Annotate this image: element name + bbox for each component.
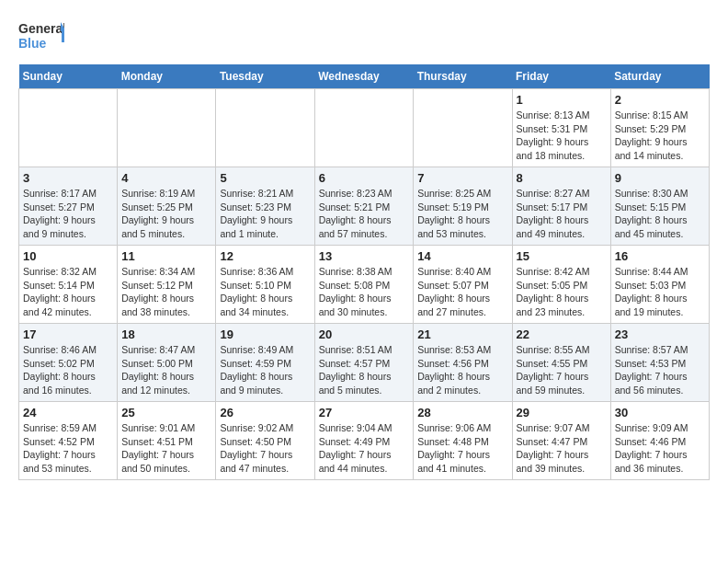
calendar-cell: 7Sunrise: 8:25 AM Sunset: 5:19 PM Daylig… (414, 167, 512, 246)
day-info: Sunrise: 8:13 AM Sunset: 5:31 PM Dayligh… (517, 109, 607, 163)
day-number: 22 (517, 327, 607, 341)
day-number: 13 (319, 249, 410, 263)
day-number: 5 (220, 171, 310, 185)
day-info: Sunrise: 9:02 AM Sunset: 4:50 PM Dayligh… (220, 421, 310, 476)
day-number: 14 (417, 249, 507, 263)
calendar-table: SundayMondayTuesdayWednesdayThursdayFrid… (18, 64, 710, 480)
calendar-cell: 24Sunrise: 8:59 AM Sunset: 4:52 PM Dayli… (19, 402, 118, 480)
day-info: Sunrise: 8:36 AM Sunset: 5:10 PM Dayligh… (220, 265, 310, 319)
day-number: 3 (23, 171, 113, 185)
day-info: Sunrise: 8:46 AM Sunset: 5:02 PM Dayligh… (23, 343, 113, 397)
day-info: Sunrise: 9:01 AM Sunset: 4:51 PM Dayligh… (121, 421, 211, 476)
weekday-header: Saturday (610, 64, 709, 89)
calendar-week-row: 17Sunrise: 8:46 AM Sunset: 5:02 PM Dayli… (19, 324, 710, 402)
calendar-cell: 1Sunrise: 8:13 AM Sunset: 5:31 PM Daylig… (512, 89, 610, 167)
logo: General Blue (18, 18, 64, 55)
day-info: Sunrise: 8:59 AM Sunset: 4:52 PM Dayligh… (23, 421, 113, 476)
calendar-cell: 27Sunrise: 9:04 AM Sunset: 4:49 PM Dayli… (314, 402, 414, 480)
calendar-week-row: 1Sunrise: 8:13 AM Sunset: 5:31 PM Daylig… (19, 89, 710, 167)
calendar-cell: 6Sunrise: 8:23 AM Sunset: 5:21 PM Daylig… (314, 167, 414, 246)
day-info: Sunrise: 8:30 AM Sunset: 5:15 PM Dayligh… (615, 187, 705, 241)
calendar-cell: 15Sunrise: 8:42 AM Sunset: 5:05 PM Dayli… (512, 246, 610, 324)
day-number: 6 (319, 171, 410, 185)
day-info: Sunrise: 8:38 AM Sunset: 5:08 PM Dayligh… (319, 265, 410, 319)
day-number: 8 (517, 171, 607, 185)
day-info: Sunrise: 8:21 AM Sunset: 5:23 PM Dayligh… (220, 187, 310, 241)
calendar-cell: 28Sunrise: 9:06 AM Sunset: 4:48 PM Dayli… (414, 402, 512, 480)
calendar-header: SundayMondayTuesdayWednesdayThursdayFrid… (19, 64, 710, 89)
day-info: Sunrise: 8:53 AM Sunset: 4:56 PM Dayligh… (417, 343, 507, 397)
day-number: 10 (23, 249, 113, 263)
day-info: Sunrise: 8:17 AM Sunset: 5:27 PM Dayligh… (23, 187, 113, 241)
calendar-cell: 23Sunrise: 8:57 AM Sunset: 4:53 PM Dayli… (610, 324, 709, 402)
day-number: 28 (417, 406, 507, 419)
calendar-cell (216, 89, 314, 167)
calendar-cell: 18Sunrise: 8:47 AM Sunset: 5:00 PM Dayli… (118, 324, 216, 402)
day-info: Sunrise: 8:27 AM Sunset: 5:17 PM Dayligh… (517, 187, 607, 241)
calendar-cell: 3Sunrise: 8:17 AM Sunset: 5:27 PM Daylig… (19, 167, 118, 246)
day-info: Sunrise: 8:40 AM Sunset: 5:07 PM Dayligh… (417, 265, 507, 319)
calendar-cell: 20Sunrise: 8:51 AM Sunset: 4:57 PM Dayli… (314, 324, 414, 402)
day-number: 2 (615, 93, 705, 107)
day-info: Sunrise: 8:49 AM Sunset: 4:59 PM Dayligh… (220, 343, 310, 397)
day-number: 26 (220, 406, 310, 419)
day-info: Sunrise: 8:19 AM Sunset: 5:25 PM Dayligh… (121, 187, 211, 241)
day-info: Sunrise: 8:55 AM Sunset: 4:55 PM Dayligh… (517, 343, 607, 397)
day-number: 12 (220, 249, 310, 263)
calendar-cell: 17Sunrise: 8:46 AM Sunset: 5:02 PM Dayli… (19, 324, 118, 402)
calendar-cell: 14Sunrise: 8:40 AM Sunset: 5:07 PM Dayli… (414, 246, 512, 324)
calendar-cell: 2Sunrise: 8:15 AM Sunset: 5:29 PM Daylig… (610, 89, 709, 167)
calendar-cell: 13Sunrise: 8:38 AM Sunset: 5:08 PM Dayli… (314, 246, 414, 324)
day-info: Sunrise: 9:04 AM Sunset: 4:49 PM Dayligh… (319, 421, 410, 476)
day-number: 4 (121, 171, 211, 185)
day-number: 9 (615, 171, 705, 185)
day-number: 20 (319, 327, 410, 341)
day-number: 1 (517, 93, 607, 107)
page-header: General Blue (18, 18, 710, 55)
calendar-cell (314, 89, 414, 167)
calendar-cell: 26Sunrise: 9:02 AM Sunset: 4:50 PM Dayli… (216, 402, 314, 480)
day-info: Sunrise: 8:57 AM Sunset: 4:53 PM Dayligh… (615, 343, 705, 397)
calendar-week-row: 10Sunrise: 8:32 AM Sunset: 5:14 PM Dayli… (19, 246, 710, 324)
weekday-header: Thursday (414, 64, 512, 89)
calendar-cell (414, 89, 512, 167)
calendar-cell: 10Sunrise: 8:32 AM Sunset: 5:14 PM Dayli… (19, 246, 118, 324)
day-number: 17 (23, 327, 113, 341)
logo-svg: General Blue (18, 18, 64, 55)
weekday-header: Wednesday (314, 64, 414, 89)
calendar-cell: 22Sunrise: 8:55 AM Sunset: 4:55 PM Dayli… (512, 324, 610, 402)
day-info: Sunrise: 8:32 AM Sunset: 5:14 PM Dayligh… (23, 265, 113, 319)
calendar-cell: 12Sunrise: 8:36 AM Sunset: 5:10 PM Dayli… (216, 246, 314, 324)
day-number: 24 (23, 406, 113, 419)
calendar-cell: 30Sunrise: 9:09 AM Sunset: 4:46 PM Dayli… (610, 402, 709, 480)
day-number: 27 (319, 406, 410, 419)
calendar-cell: 21Sunrise: 8:53 AM Sunset: 4:56 PM Dayli… (414, 324, 512, 402)
calendar-cell (118, 89, 216, 167)
calendar-cell: 8Sunrise: 8:27 AM Sunset: 5:17 PM Daylig… (512, 167, 610, 246)
calendar-cell (19, 89, 118, 167)
day-info: Sunrise: 9:07 AM Sunset: 4:47 PM Dayligh… (517, 421, 607, 476)
weekday-header: Friday (512, 64, 610, 89)
calendar-cell: 4Sunrise: 8:19 AM Sunset: 5:25 PM Daylig… (118, 167, 216, 246)
calendar-cell: 19Sunrise: 8:49 AM Sunset: 4:59 PM Dayli… (216, 324, 314, 402)
calendar-week-row: 24Sunrise: 8:59 AM Sunset: 4:52 PM Dayli… (19, 402, 710, 480)
day-info: Sunrise: 8:47 AM Sunset: 5:00 PM Dayligh… (121, 343, 211, 397)
day-number: 30 (615, 406, 705, 419)
day-number: 21 (417, 327, 507, 341)
calendar-cell: 9Sunrise: 8:30 AM Sunset: 5:15 PM Daylig… (610, 167, 709, 246)
day-info: Sunrise: 8:44 AM Sunset: 5:03 PM Dayligh… (615, 265, 705, 319)
day-number: 11 (121, 249, 211, 263)
calendar-cell: 16Sunrise: 8:44 AM Sunset: 5:03 PM Dayli… (610, 246, 709, 324)
day-number: 25 (121, 406, 211, 419)
day-number: 23 (615, 327, 705, 341)
day-info: Sunrise: 9:09 AM Sunset: 4:46 PM Dayligh… (615, 421, 705, 476)
day-number: 15 (517, 249, 607, 263)
day-number: 18 (121, 327, 211, 341)
day-info: Sunrise: 8:25 AM Sunset: 5:19 PM Dayligh… (417, 187, 507, 241)
svg-text:Blue: Blue (18, 36, 47, 51)
day-number: 29 (517, 406, 607, 419)
day-number: 7 (417, 171, 507, 185)
calendar-cell: 29Sunrise: 9:07 AM Sunset: 4:47 PM Dayli… (512, 402, 610, 480)
day-number: 16 (615, 249, 705, 263)
day-info: Sunrise: 8:42 AM Sunset: 5:05 PM Dayligh… (517, 265, 607, 319)
